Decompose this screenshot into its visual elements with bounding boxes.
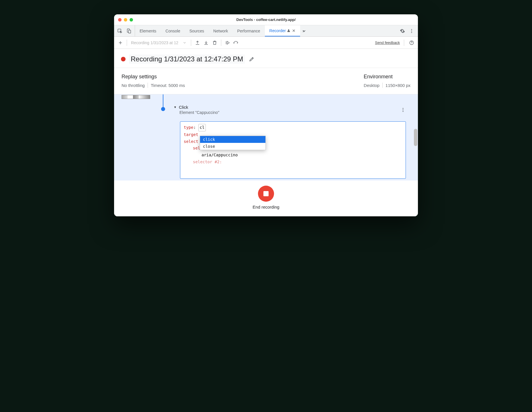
window-minimize-button[interactable]: [124, 18, 127, 22]
svg-point-3: [411, 29, 412, 30]
recording-dropdown-label[interactable]: Recording 1/31/2023 at 12: [130, 40, 179, 45]
step-menu-icon[interactable]: [400, 106, 406, 113]
dimensions-value[interactable]: 1150×800 px: [386, 83, 410, 88]
add-recording-icon[interactable]: [117, 39, 124, 46]
throttling-value[interactable]: No throttling: [122, 83, 145, 88]
window-close-button[interactable]: [118, 18, 122, 22]
timeout-value[interactable]: Timeout: 5000 ms: [151, 83, 185, 88]
replay-icon[interactable]: [224, 39, 231, 46]
kebab-menu-icon[interactable]: [408, 28, 415, 34]
end-recording-button[interactable]: [258, 186, 274, 202]
tab-recorder[interactable]: Recorder ✕: [265, 25, 300, 36]
svg-point-9: [411, 44, 412, 44]
steps-editor: ▼ Click Element "Cappuccino" type: cl ta…: [114, 94, 418, 180]
environment-heading: Environment: [364, 74, 410, 80]
close-tab-icon[interactable]: ✕: [292, 28, 296, 33]
collapse-icon[interactable]: ▼: [174, 106, 177, 109]
svg-point-11: [403, 110, 404, 110]
prop-target-label: target: [184, 132, 198, 137]
device-toggle-icon[interactable]: [126, 28, 132, 34]
settings-icon[interactable]: [399, 28, 406, 34]
scrollbar-thumb[interactable]: [414, 129, 417, 146]
send-feedback-link[interactable]: Send feedback: [375, 40, 400, 45]
inspect-element-icon[interactable]: [116, 28, 123, 34]
more-tabs-icon[interactable]: »: [302, 28, 309, 34]
svg-rect-2: [129, 30, 131, 33]
step-name: Click: [179, 105, 188, 110]
selector1-value[interactable]: aria/Cappuccino: [202, 153, 238, 157]
type-input[interactable]: cl: [198, 124, 206, 131]
recording-title[interactable]: Recording 1/31/2023 at 12:47:29 PM: [129, 55, 245, 64]
window-titlebar: DevTools - coffee-cart.netlify.app/: [114, 14, 418, 25]
screenshot-thumbnail[interactable]: [122, 95, 150, 99]
recorder-footer: End recording: [114, 180, 418, 216]
recording-title-row: Recording 1/31/2023 at 12:47:29 PM: [114, 49, 418, 68]
delete-icon[interactable]: [211, 39, 218, 46]
step-icon[interactable]: [233, 39, 240, 46]
step-subtitle: Element "Cappuccino": [179, 110, 406, 115]
stop-icon: [263, 191, 269, 196]
tab-sources[interactable]: Sources: [185, 25, 209, 36]
replay-settings-heading: Replay settings: [122, 74, 185, 80]
help-icon[interactable]: [408, 39, 415, 46]
window-title: DevTools - coffee-cart.netlify.app/: [114, 18, 418, 22]
svg-point-5: [411, 32, 412, 33]
tab-network[interactable]: Network: [209, 25, 232, 36]
traffic-lights: [114, 18, 133, 22]
tab-console[interactable]: Console: [161, 25, 185, 36]
autocomplete-popup: click close: [200, 136, 266, 150]
svg-point-12: [403, 111, 404, 112]
devtools-window: DevTools - coffee-cart.netlify.app/ Elem…: [114, 14, 418, 216]
replay-settings-col: Replay settings No throttling Timeout: 5…: [122, 74, 185, 88]
export-icon[interactable]: [194, 39, 201, 46]
step-marker-dot: [162, 108, 164, 110]
tab-elements[interactable]: Elements: [135, 25, 161, 36]
svg-point-7: [234, 42, 234, 43]
selector2-label-partial: selector #2:: [193, 160, 222, 164]
experiment-icon: [287, 29, 290, 33]
end-recording-label: End recording: [253, 205, 279, 209]
dropdown-chevron-icon[interactable]: [181, 39, 188, 46]
svg-point-10: [403, 108, 404, 109]
device-value[interactable]: Desktop: [364, 83, 380, 88]
step-detail-box: type: cl target select selector #1: aria…: [180, 121, 406, 179]
autocomplete-item-click[interactable]: click: [200, 136, 265, 143]
timeline-rail: [163, 94, 163, 109]
prop-selectors-label: select: [184, 139, 198, 144]
edit-title-icon[interactable]: [248, 56, 255, 63]
autocomplete-item-close[interactable]: close: [200, 143, 265, 150]
import-icon[interactable]: [203, 39, 210, 46]
tab-performance[interactable]: Performance: [232, 25, 265, 36]
prop-type-label: type: [184, 125, 193, 130]
devtools-tabbar: Elements Console Sources Network Perform…: [114, 25, 418, 37]
settings-row: Replay settings No throttling Timeout: 5…: [114, 68, 418, 94]
svg-rect-6: [226, 41, 226, 44]
environment-settings-col: Environment Desktop 1150×800 px: [364, 74, 410, 88]
step-row[interactable]: ▼ Click Element "Cappuccino": [174, 105, 406, 115]
window-zoom-button[interactable]: [130, 18, 133, 22]
recording-indicator-icon: [121, 57, 126, 61]
recorder-toolbar: Recording 1/31/2023 at 12 Send feedback: [114, 37, 418, 49]
tab-recorder-label: Recorder: [269, 28, 286, 33]
svg-point-4: [411, 30, 412, 31]
